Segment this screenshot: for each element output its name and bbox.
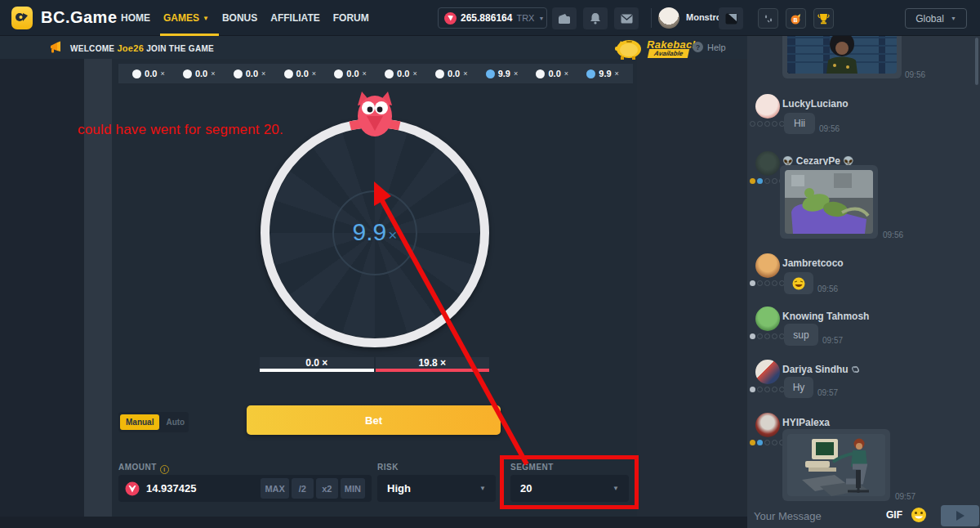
chat-gif-message[interactable] xyxy=(782,429,890,501)
result-dot-icon xyxy=(586,69,595,78)
bet-button[interactable]: Bet xyxy=(247,405,501,435)
coin-drop-button[interactable]: B xyxy=(786,8,806,29)
chat-message-bubble[interactable]: Hii xyxy=(784,113,815,134)
send-message-button[interactable] xyxy=(941,505,979,526)
chat-username[interactable]: HYIPalexa xyxy=(782,417,830,428)
emoji-picker-icon[interactable] xyxy=(911,507,927,523)
mail-button[interactable] xyxy=(614,7,639,29)
nav-bonus[interactable]: BONUS xyxy=(222,0,257,36)
info-icon[interactable]: i xyxy=(160,465,169,474)
bell-icon xyxy=(590,12,601,25)
notifications-button[interactable] xyxy=(583,7,608,29)
chat-region-value: Global xyxy=(915,13,944,25)
gif-button[interactable]: GIF xyxy=(886,509,902,521)
trx-coin-icon xyxy=(444,12,457,25)
avatar[interactable] xyxy=(755,151,780,176)
chat-gif-message[interactable] xyxy=(780,165,878,239)
bc-game-logo-icon[interactable] xyxy=(11,7,33,29)
balance-selector[interactable]: 265.886164 TRX ▼ xyxy=(438,7,547,29)
amount-value: 14.937425 xyxy=(146,482,196,494)
result-dot-icon xyxy=(385,69,394,78)
rain-feature-button[interactable] xyxy=(758,8,778,29)
gif-image xyxy=(787,36,897,74)
nav-games[interactable]: GAMES ▼ xyxy=(163,0,209,36)
medal-icon xyxy=(772,121,777,127)
chat-message-bubble[interactable] xyxy=(784,272,813,294)
welcome-message: WELCOME Joe26 JOIN THE GAME xyxy=(70,43,214,53)
nav-forum[interactable]: FORUM xyxy=(333,0,369,36)
result-option-high[interactable]: 19.8 × xyxy=(376,357,490,372)
history-item[interactable]: 0.0× xyxy=(435,69,468,78)
history-item[interactable]: 0.0× xyxy=(284,69,317,78)
nav-home[interactable]: HOME xyxy=(121,0,150,36)
history-item[interactable]: 0.0× xyxy=(132,69,165,78)
svg-text:B: B xyxy=(793,17,797,23)
medal-icon xyxy=(757,121,763,127)
envelope-icon xyxy=(621,14,633,24)
min-button[interactable]: MIN xyxy=(341,478,365,499)
megaphone-icon xyxy=(49,41,64,54)
balance-value: 265.886164 xyxy=(461,12,512,24)
medal-icon xyxy=(750,440,755,445)
chat-username[interactable]: Jambretcoco xyxy=(782,257,844,269)
trx-coin-icon xyxy=(125,481,140,496)
nav-affiliate[interactable]: AFFILIATE xyxy=(270,0,319,36)
theater-mode-button[interactable] xyxy=(719,7,743,29)
history-item-win[interactable]: 9.9× xyxy=(586,69,619,78)
history-item[interactable]: 0.0× xyxy=(536,69,568,78)
history-item[interactable]: 0.0× xyxy=(385,69,417,78)
history-item-win[interactable]: 9.9× xyxy=(486,69,519,78)
user-medals xyxy=(750,280,785,286)
corner-expand-icon xyxy=(725,13,737,25)
amount-label: AMOUNTi xyxy=(118,463,169,474)
chevron-down-icon: ▼ xyxy=(951,16,956,21)
chat-message-input[interactable] xyxy=(754,505,876,526)
link-emoji-icon xyxy=(851,365,861,374)
chat-scrollbar[interactable] xyxy=(975,38,978,85)
auto-mode-button[interactable]: Auto xyxy=(161,414,189,430)
history-item[interactable]: 0.0× xyxy=(334,69,367,78)
help-button[interactable]: ? Help xyxy=(693,42,726,52)
nav-active-underline xyxy=(160,34,219,36)
avatar[interactable] xyxy=(755,413,780,437)
medal-icon xyxy=(750,121,755,127)
manual-mode-button[interactable]: Manual xyxy=(120,414,159,430)
user-avatar[interactable] xyxy=(658,7,679,29)
wallet-button[interactable] xyxy=(552,7,577,29)
chat-region-select[interactable]: Global ▼ xyxy=(905,8,967,29)
medal-icon xyxy=(772,387,777,392)
avatar[interactable] xyxy=(755,307,780,331)
currency-label: TRX xyxy=(516,13,534,23)
risk-select[interactable]: High ▼ xyxy=(377,475,496,502)
medal-icon xyxy=(772,440,777,445)
result-dot-icon xyxy=(486,69,495,78)
half-button[interactable]: /2 xyxy=(292,478,314,499)
result-option-low[interactable]: 0.0 × xyxy=(260,357,374,372)
avatar[interactable] xyxy=(755,360,780,384)
medal-icon xyxy=(764,440,770,445)
chat-username[interactable]: Knowing Tahmosh xyxy=(782,311,869,322)
chat-message-bubble[interactable]: sup xyxy=(784,324,818,346)
main-nav: HOME GAMES ▼ BONUS AFFILIATE FORUM xyxy=(121,0,369,36)
history-item[interactable]: 0.0× xyxy=(234,69,266,78)
double-button[interactable]: x2 xyxy=(316,478,338,499)
wheel-winning-segment xyxy=(252,110,497,356)
message-time: 09:56 xyxy=(883,230,903,239)
left-sidebar-strip xyxy=(0,59,84,528)
logo-text[interactable]: BC.Game xyxy=(41,8,118,27)
chat-username[interactable]: LuckyLuciano xyxy=(782,98,849,110)
chat-gif-message[interactable] xyxy=(782,36,902,78)
chat-username[interactable]: Dariya Sindhu xyxy=(782,364,861,375)
message-time: 09:56 xyxy=(817,284,838,293)
contest-button[interactable] xyxy=(813,8,834,29)
avatar[interactable] xyxy=(755,94,780,119)
chat-message-bubble[interactable]: Hy xyxy=(784,377,813,398)
avatar[interactable] xyxy=(755,253,780,278)
annotation-rectangle xyxy=(500,455,639,509)
bet-mode-toggle: Manual Auto xyxy=(118,412,189,432)
amount-input[interactable]: 14.937425 MAX /2 x2 MIN xyxy=(118,475,372,502)
history-item[interactable]: 0.0× xyxy=(183,69,216,78)
max-button[interactable]: MAX xyxy=(261,478,288,499)
result-underline-white xyxy=(260,369,374,372)
user-medals xyxy=(750,440,785,445)
